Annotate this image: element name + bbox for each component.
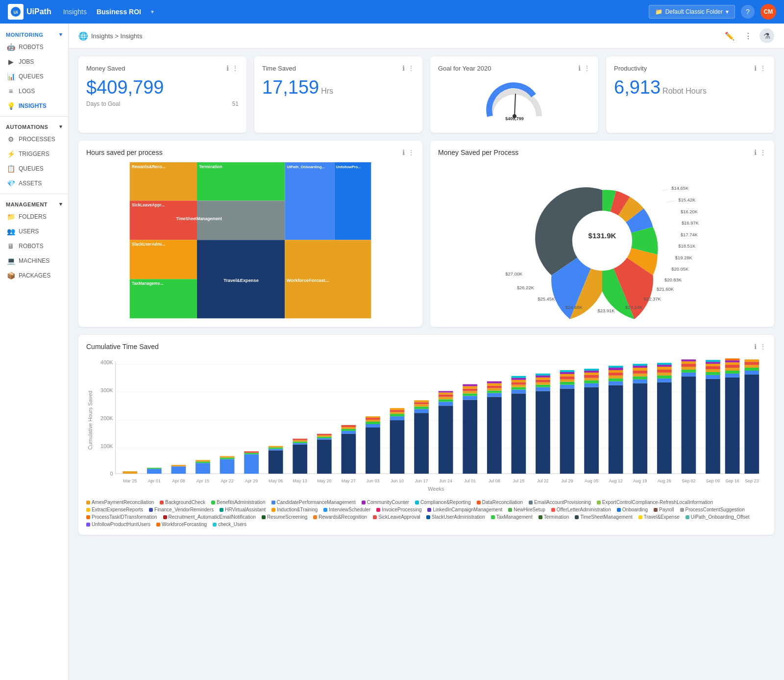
donut-container: $131.9K $14.65K $15.42K $16.20K $16.97K … [438, 162, 766, 319]
legend-tax-dot [491, 515, 495, 519]
help-button[interactable]: ? [741, 5, 755, 19]
legend-community-label: CommunityCounter [367, 500, 409, 505]
goal-info-icon[interactable]: ℹ [578, 64, 581, 72]
svg-rect-145 [609, 373, 623, 376]
svg-rect-65 [342, 434, 356, 474]
svg-rect-127 [560, 382, 575, 385]
svg-text:400K: 400K [100, 359, 113, 365]
money-saved-info-icon[interactable]: ℹ [226, 64, 229, 72]
svg-line-2 [514, 94, 515, 116]
folder-selector[interactable]: 📁 Default Classic Folder ▾ [649, 5, 735, 19]
time-saved-more-icon[interactable]: ⋮ [408, 64, 415, 72]
sidebar-item-insights[interactable]: 💡 INSIGHTS [0, 99, 68, 113]
more-options-button[interactable]: ⋮ [741, 28, 756, 43]
legend-compliance-dot [415, 501, 419, 504]
sidebar-item-robots[interactable]: 🤖 ROBOTS [0, 40, 68, 54]
management-section-header[interactable]: MANAGEMENT ▾ [0, 197, 68, 209]
user-avatar[interactable]: CM [760, 4, 776, 20]
legend-linkedin: LinkedInCampaignManagement [427, 507, 502, 512]
legend-newhire: NewHireSetup [508, 507, 545, 512]
sidebar-item-queues[interactable]: 📊 QUEUES [0, 69, 68, 84]
svg-text:$23.91K: $23.91K [598, 308, 615, 313]
treemap-unfollow [334, 162, 371, 240]
hours-saved-title: Hours saved per process [86, 149, 163, 156]
productivity-info-icon[interactable]: ℹ [754, 64, 757, 72]
svg-rect-142 [609, 381, 623, 385]
cumulative-info-icon[interactable]: ℹ [754, 343, 757, 351]
automations-section-header[interactable]: AUTOMATIONS ▾ [0, 120, 68, 132]
svg-rect-172 [706, 379, 720, 474]
legend-hr: HRVirtualAssistant [220, 507, 266, 512]
money-saved-donut-info-icon[interactable]: ℹ [754, 149, 757, 156]
svg-rect-126 [560, 385, 575, 389]
svg-text:Aug 05: Aug 05 [585, 479, 598, 483]
hours-saved-info-icon[interactable]: ℹ [402, 149, 405, 156]
bar-may20 [317, 434, 332, 474]
legend-compliance: Compliance&Reporting [415, 500, 471, 505]
app-logo[interactable]: Ui UiPath [8, 4, 51, 20]
svg-rect-152 [633, 374, 647, 377]
sidebar-item-triggers[interactable]: ⚡ TRIGGERS [0, 147, 68, 161]
edit-button[interactable]: ✏️ [722, 28, 737, 43]
legend-offer-dot [551, 508, 555, 512]
cumulative-more-icon[interactable]: ⋮ [760, 343, 766, 351]
legend-tax: TaxManagement [491, 514, 533, 520]
sidebar-item-robots2[interactable]: 🖥 ROBOTS [0, 239, 68, 253]
legend-workforce: WorkforceForcasting [156, 522, 207, 527]
legend-unfollow-dot [86, 523, 90, 527]
money-saved-more-icon[interactable]: ⋮ [232, 64, 239, 72]
svg-rect-173 [706, 375, 720, 379]
svg-rect-50 [244, 452, 259, 453]
svg-rect-139 [584, 371, 599, 373]
monitoring-section-header[interactable]: MONITORING ▾ [0, 27, 68, 40]
legend-unfollow: UnfollowProductHuntUsers [86, 522, 150, 527]
svg-text:Apr 22: Apr 22 [220, 479, 233, 483]
sidebar-item-packages[interactable]: 📦 PACKAGES [0, 268, 68, 283]
jobs-icon: ▶ [7, 58, 15, 66]
sidebar-item-logs[interactable]: ≡ LOGS [0, 84, 68, 99]
svg-rect-49 [244, 453, 259, 454]
nav-business-roi[interactable]: Business ROI [97, 8, 141, 16]
svg-rect-163 [657, 365, 672, 367]
bar-aug12 [609, 366, 623, 474]
legend-process-task-label: ProcessTaskIDTransformation [92, 514, 157, 520]
money-saved-donut-more-icon[interactable]: ⋮ [760, 149, 766, 156]
sidebar-item-assets[interactable]: 💎 ASSETS [0, 176, 68, 191]
triggers-icon: ⚡ [7, 150, 15, 158]
breadcrumb-actions: ✏️ ⋮ ⚗ [722, 28, 774, 43]
svg-text:Jun 17: Jun 17 [415, 479, 428, 483]
legend-induction-dot [271, 508, 275, 512]
filter-button[interactable]: ⚗ [760, 28, 774, 43]
packages-icon: 📦 [7, 272, 15, 279]
sidebar-item-machines[interactable]: 💻 MACHINES [0, 253, 68, 268]
legend-export-label: ExportControlCompliance-RefreshLocalInfo… [602, 500, 713, 505]
svg-rect-112 [512, 385, 526, 387]
sidebar-item-folders[interactable]: 📁 FOLDERS [0, 209, 68, 224]
dropdown-arrow: ▾ [151, 8, 154, 15]
legend-background-dot [160, 501, 164, 504]
sidebar-item-users[interactable]: 👥 USERS [0, 224, 68, 239]
legend-newhire-label: NewHireSetup [514, 507, 545, 512]
time-saved-info-icon[interactable]: ℹ [402, 64, 405, 72]
svg-rect-191 [744, 365, 759, 368]
folders-icon: 📁 [7, 213, 15, 221]
bar-apr08 [172, 465, 186, 474]
svg-text:$16.97K: $16.97K [682, 220, 699, 226]
svg-rect-41 [172, 465, 186, 466]
svg-rect-54 [269, 446, 283, 448]
legend-invoice: InvoiceProcessing [376, 507, 421, 512]
nav-insights[interactable]: Insights [63, 8, 87, 16]
svg-text:$19.28K: $19.28K [675, 255, 693, 260]
svg-rect-192 [744, 362, 759, 365]
legend-process-content-label: ProcessContentSuggestion [686, 507, 745, 512]
hours-saved-more-icon[interactable]: ⋮ [408, 149, 415, 156]
legend-process-content: ProcessContentSuggestion [680, 507, 745, 512]
productivity-more-icon[interactable]: ⋮ [760, 64, 766, 72]
sidebar-item-jobs[interactable]: ▶ JOBS [0, 54, 68, 69]
legend-termination: Termination [539, 514, 569, 520]
sidebar-item-processes[interactable]: ⚙ PROCESSES [0, 132, 68, 147]
goal-more-icon[interactable]: ⋮ [584, 64, 590, 72]
breadcrumb-path: Insights > Insights [91, 32, 142, 40]
sidebar-item-queues2[interactable]: 📋 QUEUES [0, 161, 68, 176]
svg-rect-115 [512, 378, 526, 380]
